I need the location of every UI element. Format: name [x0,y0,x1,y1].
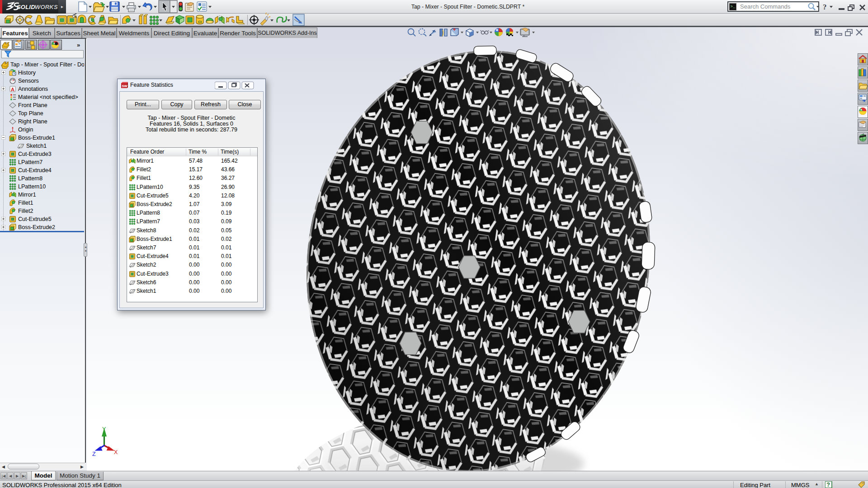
svg-text:?: ? [827,482,830,488]
svg-text:?: ? [823,3,827,11]
svg-text:Z: Z [92,451,96,457]
svg-text:SW: SW [122,84,128,88]
svg-text:Y: Y [102,426,106,432]
svg-text:X: X [114,449,118,455]
svg-text:»: » [77,42,80,48]
